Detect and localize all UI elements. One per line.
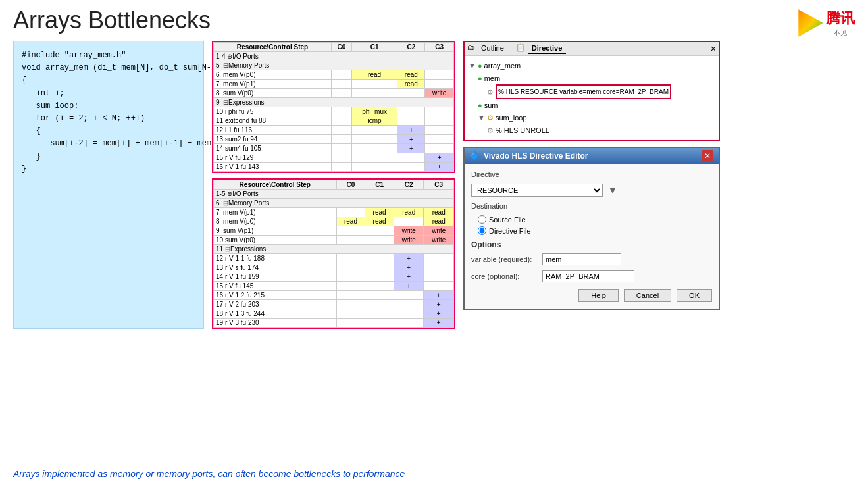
outline-close-icon[interactable]: × (711, 43, 716, 54)
directive-editor-title: Vivado HLS Directive Editor (484, 151, 588, 161)
tab-outline[interactable]: Outline (477, 43, 508, 54)
directive-dropdown-icon: ▼ (608, 185, 617, 195)
page-title: Arrays Bottlenecks (13, 7, 855, 34)
outline-panel: 🗂 Outline 📋 Directive × ▼ ● array_mem (463, 41, 720, 141)
source-file-label: Source File (489, 216, 526, 224)
outline-item-hls-unroll[interactable]: ⚙ % HLS UNROLL (469, 124, 715, 137)
core-input[interactable] (542, 270, 634, 282)
footer-caption: Arrays implemented as memory or memory p… (13, 469, 405, 479)
directive-label: Directive (471, 170, 537, 178)
schedule-bottom-panel: Resource\Control Step C0C1C2C3 1-5 ⊕I/O … (212, 178, 455, 329)
code-block: #include "array_mem.h" void array_mem (d… (13, 41, 204, 329)
core-label: core (optional): (471, 272, 537, 280)
outline-item-array-mem[interactable]: ▼ ● array_mem (469, 60, 715, 72)
directive-editor: 🔷 Vivado HLS Directive Editor ✕ Directiv… (463, 147, 720, 310)
ok-button[interactable]: OK (677, 289, 712, 302)
tab-directive[interactable]: Directive (528, 43, 566, 54)
right-panel: 🗂 Outline 📋 Directive × ▼ ● array_mem (463, 41, 720, 329)
directive-file-label: Directive File (489, 227, 531, 235)
help-button[interactable]: Help (578, 289, 619, 302)
variable-input[interactable] (542, 253, 621, 265)
directive-editor-close-button[interactable]: ✕ (702, 150, 713, 162)
options-label: Options (471, 240, 712, 249)
outline-item-sum[interactable]: ● sum (469, 99, 715, 112)
source-file-radio[interactable] (478, 215, 486, 224)
destination-label: Destination (471, 202, 537, 210)
cancel-button[interactable]: Cancel (624, 289, 671, 302)
variable-label: variable (required): (471, 255, 537, 263)
logo-area: 腾讯 不见 (793, 7, 855, 39)
schedule-top-panel: Resource\Control Step C0C1C2C3 1-4 ⊕I/O … (212, 41, 455, 173)
outline-item-sum-ioop[interactable]: ▼ ⚙ sum_ioop (469, 112, 715, 124)
directive-select[interactable]: RESOURCE (471, 184, 603, 197)
directive-editor-icon: 🔷 (470, 151, 480, 161)
logo-icon (793, 7, 826, 39)
outline-item-hls-resource[interactable]: ⚙ % HLS RESOURCE variable=mem core=RAM_2… (469, 84, 715, 99)
outline-item-mem[interactable]: ● mem (469, 72, 715, 85)
directive-file-radio[interactable] (478, 226, 486, 235)
svg-marker-0 (798, 9, 823, 37)
